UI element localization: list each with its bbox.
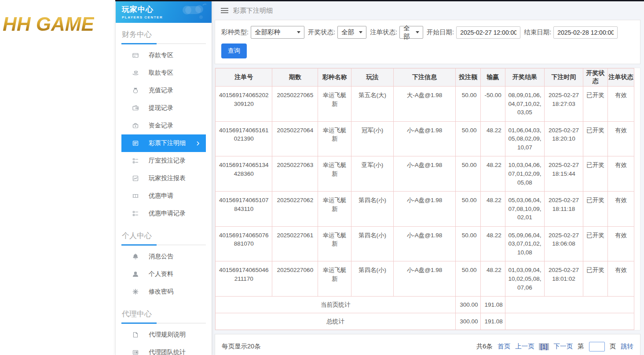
cell-bet_info: 小-A盘@1.98 <box>393 226 456 261</box>
sidebar-item[interactable]: 存款专区 <box>121 47 206 64</box>
sidebar: 玩家中心 PLAYERS CENTER 财务中心存款专区取款专区充值记录提现记录… <box>115 0 212 355</box>
cell-bet_amount: 50.00 <box>456 121 480 156</box>
sidebar-item-label: 代理团队统计 <box>149 348 186 355</box>
cell-order_no: 401569174065107843110 <box>216 192 272 227</box>
cell-period: 20250227065 <box>272 87 318 122</box>
sidebar-item[interactable]: 提现记录 <box>121 99 206 117</box>
sidebar-item-label: 优惠申请记录 <box>149 210 186 217</box>
top-strip <box>115 0 644 1</box>
next-page-link[interactable]: 下一页 <box>554 342 573 351</box>
column-header-order_status: 注单状态 <box>607 69 634 87</box>
sidebar-item-label: 优惠申请 <box>149 192 173 200</box>
cell-win_loss: -50.00 <box>480 87 505 122</box>
lottery-type-value: 全部彩种 <box>255 28 280 36</box>
sidebar-section-title: 个人中心 <box>121 224 206 245</box>
cell-period: 20250227064 <box>272 121 318 156</box>
cell-order_status: 有效 <box>607 261 634 297</box>
end-date-input[interactable] <box>553 26 618 39</box>
draw-status-select[interactable]: 全部 <box>337 26 366 39</box>
cell-play: 第四名(小) <box>351 261 393 297</box>
gear-icon <box>132 288 139 295</box>
sidebar-item[interactable]: 彩票下注明细 <box>121 134 206 152</box>
sidebar-item[interactable]: 代理规则说明 <box>121 326 206 344</box>
summary-label: 当前页统计 <box>216 297 456 313</box>
sidebar-item[interactable]: 优惠申请记录 <box>121 205 206 222</box>
cell-bet_info: 小-A盘@1.98 <box>393 261 456 297</box>
cell-draw_result: 01,06,04,03,05,08,02,09,10,07 <box>505 121 544 156</box>
cell-draw_status: 已开奖 <box>583 156 607 192</box>
sidebar-item[interactable]: 个人资料 <box>121 265 206 283</box>
lottery-type-select[interactable]: 全部彩种 <box>251 26 304 39</box>
sidebar-item-label: 资金记录 <box>149 122 173 130</box>
summary-bet-total: 300.00 <box>456 297 480 313</box>
summary-bet-total: 300.00 <box>456 313 480 330</box>
page-unit: 页 <box>610 342 616 351</box>
cell-bet_info: 大-A盘@1.98 <box>393 87 456 122</box>
cell-draw_result: 01,03,09,04,10,02,05,08,07,06 <box>505 261 544 297</box>
cashout-record-icon <box>132 105 139 112</box>
page-jump-input[interactable] <box>589 342 605 351</box>
cell-lottery_name: 幸运飞艇新 <box>318 156 351 192</box>
cell-draw_status: 已开奖 <box>583 121 607 156</box>
sidebar-item-label: 厅室投注记录 <box>149 157 186 165</box>
jump-link[interactable]: 跳转 <box>621 342 633 351</box>
chevron-down-icon <box>359 31 362 33</box>
cell-lottery_name: 幸运飞艇新 <box>318 261 351 297</box>
summary-empty <box>505 297 634 313</box>
cell-bet_amount: 50.00 <box>456 156 480 192</box>
prev-page-link[interactable]: 上一页 <box>515 342 534 351</box>
hamburger-menu-icon[interactable] <box>221 7 228 14</box>
column-header-bet_amount: 投注额 <box>456 69 480 87</box>
summary-label: 总统计 <box>216 313 456 330</box>
player-report-icon <box>132 175 139 182</box>
pagination-bar: 每页显示20条 共6条 首页 上一页 [1] 下一页 第 页 跳转 <box>215 334 640 355</box>
sidebar-item[interactable]: 修改密码 <box>121 283 206 301</box>
summary-row: 总统计300.00191.08 <box>216 313 634 330</box>
sidebar-section: 个人中心消息公告个人资料修改密码 <box>121 224 206 302</box>
lottery-type-label: 彩种类型: <box>221 28 249 36</box>
cell-order_status: 有效 <box>607 156 634 192</box>
hh-game-logo: HH GAME <box>3 13 115 35</box>
cell-period: 20250227060 <box>272 261 318 297</box>
sidebar-item[interactable]: 消息公告 <box>121 248 206 265</box>
table-row: 40156917406516102139020250227064幸运飞艇新冠军(… <box>216 121 634 156</box>
column-header-order_no: 注单号 <box>216 69 272 87</box>
cell-order_no: 401569174065202309120 <box>216 87 272 122</box>
cell-lottery_name: 幸运飞艇新 <box>318 226 351 261</box>
cell-period: 20250227063 <box>272 156 318 192</box>
sidebar-item[interactable]: 优惠申请 <box>121 187 206 205</box>
first-page-link[interactable]: 首页 <box>498 342 510 351</box>
current-page[interactable]: [1] <box>539 343 549 350</box>
sidebar-item[interactable]: 厅室投注记录 <box>121 152 206 170</box>
sidebar-section-title: 代理中心 <box>121 302 206 323</box>
cell-draw_status: 已开奖 <box>583 226 607 261</box>
sidebar-item[interactable]: 充值记录 <box>121 82 206 99</box>
cell-order_status: 有效 <box>607 121 634 156</box>
sidebar-item[interactable]: 资金记录 <box>121 117 206 134</box>
sidebar-item-label: 玩家投注报表 <box>149 174 186 182</box>
page-title: 彩票下注明细 <box>233 7 273 15</box>
sidebar-item[interactable]: 玩家投注报表 <box>121 170 206 187</box>
table-header-row: 注单号期数彩种名称玩法下注信息投注额输赢开奖结果下注时间开奖状态注单状态 <box>216 69 634 87</box>
sidebar-item[interactable]: 取款专区 <box>121 64 206 82</box>
lottery-detail-icon <box>132 140 139 147</box>
sidebar-item[interactable]: 代理团队统计 <box>121 344 206 355</box>
cell-order_status: 有效 <box>607 226 634 261</box>
search-button[interactable]: 查询 <box>221 43 247 58</box>
cell-order_no: 401569174065076881070 <box>216 226 272 261</box>
sidebar-item-label: 代理规则说明 <box>149 331 186 339</box>
chevron-right-icon <box>196 141 201 146</box>
agent-rules-icon <box>132 331 139 338</box>
column-header-draw_status: 开奖状态 <box>583 69 607 87</box>
cell-bet_time: 2025-02-27 18:15:44 <box>545 156 583 192</box>
cell-play: 第四名(小) <box>351 192 393 227</box>
bet-table: 注单号期数彩种名称玩法下注信息投注额输赢开奖结果下注时间开奖状态注单状态 401… <box>215 68 634 330</box>
filter-panel: 彩种类型: 全部彩种 开奖状态: 全部 注单状态: 全 <box>215 20 640 64</box>
cell-bet_time: 2025-02-27 18:11:18 <box>545 192 583 227</box>
cell-draw_result: 10,03,04,06,07,01,02,09,05,08 <box>505 156 544 192</box>
summary-win-loss-total: 191.08 <box>480 297 505 313</box>
cell-lottery_name: 幸运飞艇新 <box>318 192 351 227</box>
order-status-select[interactable]: 全部 <box>399 26 423 39</box>
sidebar-item-label: 彩票下注明细 <box>149 139 186 147</box>
start-date-input[interactable] <box>456 26 520 39</box>
